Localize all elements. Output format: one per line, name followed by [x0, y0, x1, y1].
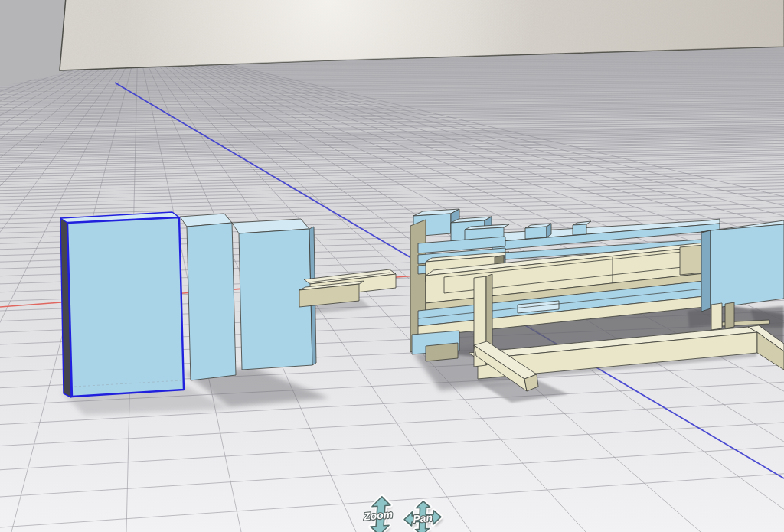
- small-block-front[interactable]: [573, 224, 586, 235]
- panel2-front-face[interactable]: [187, 223, 236, 380]
- small-block-front[interactable]: [525, 227, 547, 239]
- viewport-canvas[interactable]: Zoom Pan: [0, 0, 784, 532]
- panel1-front-face-selected[interactable]: [67, 217, 184, 397]
- right-panel-side-face[interactable]: [701, 230, 710, 312]
- scene-svg[interactable]: Zoom Pan: [0, 0, 784, 532]
- bottom-tan-foot[interactable]: [426, 343, 458, 361]
- zoom-cursor-label: Zoom: [362, 508, 393, 522]
- right-panel-front-face[interactable]: [710, 224, 784, 308]
- right-leg[interactable]: [725, 302, 734, 328]
- pan-cursor-label: Pan: [413, 511, 433, 525]
- right-leg[interactable]: [711, 303, 722, 330]
